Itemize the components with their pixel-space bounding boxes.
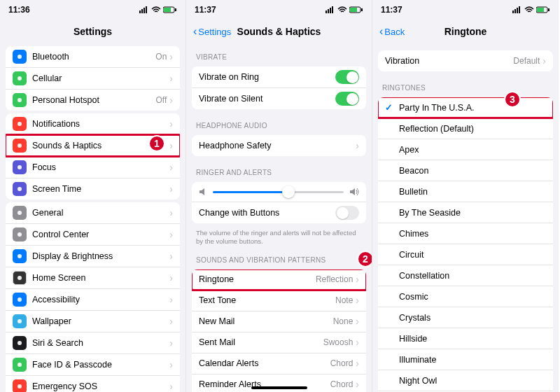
ringtone-label: Illuminate [399,355,546,365]
svg-point-9 [18,98,22,102]
ringtone-row[interactable]: Night Owl [378,370,553,391]
toggle-on[interactable] [335,92,359,106]
row-label: Bluetooth [32,52,155,62]
chevron-right-icon: › [542,55,546,66]
ringtone-row[interactable]: Chimes [378,223,553,244]
speaker-low-icon [199,188,207,196]
back-button[interactable]: ‹Back [379,26,405,37]
back-button[interactable]: ‹Settings [193,26,231,37]
battery-icon [163,6,177,13]
volume-slider-row[interactable] [192,182,366,202]
toggle-on[interactable] [335,70,359,84]
ringtone-row[interactable]: Illuminate [378,349,553,370]
sound-row[interactable]: RingtoneReflection› [192,270,366,290]
settings-row[interactable]: Emergency SOS› [6,376,180,392]
row-value: Chord [330,379,354,389]
ringtone-row[interactable]: Reflection (Default) [378,118,553,139]
settings-row[interactable]: Personal HotspotOff› [6,90,180,111]
row-icon [13,50,27,64]
chevron-right-icon: › [356,337,359,348]
ringtone-row[interactable]: Cosmic [378,286,553,307]
settings-row[interactable]: Accessibility› [6,289,180,311]
row-icon [13,182,27,196]
sound-row[interactable]: Reminder AlertsChord› [192,374,366,392]
status-bar: 11:36 [0,0,186,20]
settings-row[interactable]: Wallpaper› [6,311,180,332]
sound-row[interactable]: Text ToneNote› [192,290,366,312]
settings-row[interactable]: Siri & Search› [6,332,180,354]
ringtone-row[interactable]: Apex [378,139,553,160]
svg-rect-24 [326,10,327,13]
wifi-icon [337,6,347,13]
row-icon [13,358,27,372]
ringtone-content[interactable]: VibrationDefault› RINGTONES ✓Party In Th… [372,43,559,392]
ringtone-row[interactable]: Constellation [378,265,553,286]
ringtone-row[interactable]: Bulletin [378,181,553,202]
svg-rect-34 [519,6,520,13]
settings-row[interactable]: Notifications› [6,113,180,135]
vibrate-on-ring-row[interactable]: Vibrate on Ring [192,66,366,88]
svg-point-7 [18,55,22,59]
settings-list[interactable]: BluetoothOn›Cellular›Personal HotspotOff… [0,43,186,392]
ringtone-row[interactable]: Crystals [378,307,553,328]
settings-row[interactable]: Display & Brightness› [6,246,180,267]
ringtone-row[interactable]: Hillside [378,328,553,349]
chevron-right-icon: › [169,294,173,305]
settings-row[interactable]: Home Screen› [6,267,180,289]
ringtone-label: Hillside [399,334,546,344]
sound-row[interactable]: Sent MailSwoosh› [192,332,366,354]
vibrate-on-silent-row[interactable]: Vibrate on Silent [192,88,366,109]
sound-row[interactable]: New MailNone› [192,312,366,332]
row-label: New Mail [199,316,333,326]
row-label: Calendar Alerts [199,358,330,368]
row-icon [13,336,27,350]
row-label: Screen Time [32,184,169,194]
chevron-right-icon: › [169,359,173,370]
ringtone-label: Chimes [399,229,546,239]
svg-point-15 [18,232,22,237]
toggle-off[interactable] [335,206,359,220]
row-label: Focus [32,162,169,172]
navbar: ‹Back Ringtone [372,20,559,43]
row-value: Note [335,295,353,305]
settings-row[interactable]: Cellular› [6,68,180,90]
settings-row[interactable]: Focus› [6,157,180,178]
row-icon [13,314,27,328]
svg-point-13 [18,187,22,191]
row-label: Face ID & Passcode [32,360,169,370]
settings-row[interactable]: Screen Time› [6,178,180,200]
svg-rect-31 [512,10,514,13]
chevron-right-icon: › [169,316,173,327]
settings-row[interactable]: Control Center› [6,224,180,246]
row-icon [13,293,27,307]
row-value: Reflection [316,274,353,284]
chevron-right-icon: › [169,229,173,240]
settings-row[interactable]: Face ID & Passcode› [6,354,180,376]
ringtone-row[interactable]: Circuit [378,244,553,265]
svg-point-19 [18,319,22,323]
headphone-safety-row[interactable]: Headphone Safety› [192,135,366,156]
svg-rect-33 [517,8,518,13]
ringtone-row[interactable]: By The Seaside [378,202,553,223]
row-label: Emergency SOS [32,382,169,391]
ringtone-selected-row[interactable]: ✓Party In The U.S.A. [378,97,553,118]
sounds-content[interactable]: VIBRATE Vibrate on Ring Vibrate on Silen… [186,43,372,392]
settings-row[interactable]: BluetoothOn› [6,46,180,68]
volume-slider[interactable] [213,191,344,193]
ringtone-label: Beacon [399,166,546,176]
status-icons [326,6,363,13]
sound-row[interactable]: Calendar AlertsChord› [192,354,366,374]
status-bar: 11:37 [372,0,559,20]
svg-point-14 [18,211,22,215]
ringtone-label: By The Seaside [399,208,546,218]
ringtone-label: Bulletin [399,187,546,197]
chevron-right-icon: › [169,94,173,106]
settings-row[interactable]: General› [6,202,180,224]
row-label: Control Center [32,230,169,239]
row-label: Wallpaper [32,316,169,326]
row-label: Ringtone [199,274,316,284]
vibration-row[interactable]: VibrationDefault› [378,50,553,71]
ringtone-row[interactable]: Beacon [378,160,553,181]
svg-rect-36 [537,8,544,12]
change-with-buttons-row[interactable]: Change with Buttons [192,202,366,223]
